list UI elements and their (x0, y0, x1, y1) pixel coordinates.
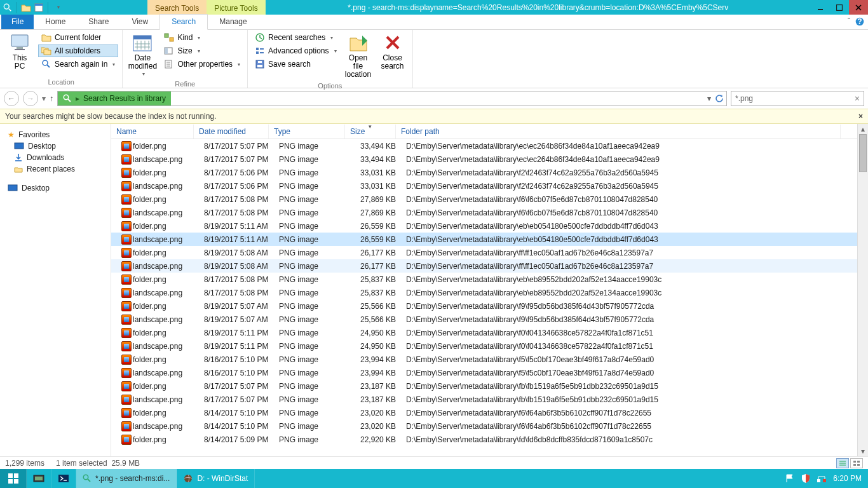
nav-desktop[interactable]: Desktop (0, 140, 111, 152)
nav-desktop-root[interactable]: Desktop (0, 182, 111, 194)
file-row[interactable]: folder.png8/17/2017 5:07 PMPNG image23,1… (111, 379, 857, 393)
file-date: 8/19/2017 5:08 AM (199, 262, 274, 271)
new-folder-icon[interactable] (21, 3, 31, 13)
task-explorer-search[interactable]: *.png - search-ms:di... (76, 469, 177, 488)
task-powershell[interactable] (51, 469, 76, 488)
navigation-pane[interactable]: ★Favorites Desktop Downloads Recent plac… (0, 124, 111, 456)
system-tray[interactable]: 6:20 PM (778, 469, 868, 488)
context-tab-search-tools[interactable]: Search Tools (147, 0, 207, 15)
vertical-scrollbar[interactable]: ▴ ▾ (857, 124, 868, 456)
file-row[interactable]: folder.png8/14/2017 5:09 PMPNG image22,9… (111, 433, 857, 446)
recent-searches-button[interactable]: Recent searches (252, 31, 339, 44)
file-row[interactable]: landscape.png8/14/2017 5:10 PMPNG image2… (111, 419, 857, 433)
forward-button[interactable]: → (23, 91, 38, 106)
file-row[interactable]: landscape.png8/19/2017 5:11 AMPNG image2… (111, 233, 857, 246)
help-icon[interactable]: ? (855, 17, 864, 26)
search-icon (3, 3, 13, 13)
qat-dropdown[interactable] (52, 3, 62, 13)
minimize-ribbon-icon[interactable]: ˆ (848, 17, 850, 26)
save-search-button[interactable]: Save search (252, 58, 339, 71)
png-file-icon (121, 194, 132, 205)
recent-icon (255, 32, 265, 43)
svg-rect-26 (165, 48, 168, 54)
thumbnails-view-button[interactable] (850, 458, 863, 468)
file-row[interactable]: landscape.png8/16/2017 5:10 PMPNG image2… (111, 366, 857, 379)
file-row[interactable]: landscape.png8/17/2017 5:08 PMPNG image2… (111, 206, 857, 219)
nav-downloads[interactable]: Downloads (0, 152, 111, 163)
flag-icon[interactable] (785, 473, 795, 484)
file-row[interactable]: folder.png8/19/2017 5:11 PMPNG image24,9… (111, 326, 857, 339)
shield-icon[interactable] (801, 473, 810, 484)
file-row[interactable]: landscape.png8/19/2017 5:11 PMPNG image2… (111, 339, 857, 353)
column-size[interactable]: ▾Size (345, 125, 396, 139)
column-type[interactable]: Type (269, 125, 345, 139)
file-list[interactable]: Name Date modified Type ▾Size Folder pat… (111, 124, 857, 456)
clear-search-icon[interactable]: × (855, 93, 860, 104)
file-row[interactable]: landscape.png8/19/2017 5:08 AMPNG image2… (111, 259, 857, 273)
file-row[interactable]: landscape.png8/17/2017 5:06 PMPNG image3… (111, 179, 857, 193)
kind-button[interactable]: Kind (161, 31, 243, 44)
size-filter-button[interactable]: Size (161, 44, 243, 57)
file-row[interactable]: landscape.png8/17/2017 5:08 PMPNG image2… (111, 286, 857, 299)
file-row[interactable]: landscape.png8/17/2017 5:07 PMPNG image3… (111, 152, 857, 166)
current-folder-button[interactable]: Current folder (38, 31, 118, 44)
nav-recent-places[interactable]: Recent places (0, 163, 111, 175)
tab-home[interactable]: Home (34, 15, 77, 29)
scroll-down-button[interactable]: ▾ (858, 446, 868, 456)
open-file-location-button[interactable]: Open file location (342, 31, 374, 81)
properties-icon[interactable] (34, 3, 44, 13)
file-row[interactable]: landscape.png8/19/2017 5:07 AMPNG image2… (111, 313, 857, 326)
breadcrumb[interactable]: ▸ Search Results in library ▾ (57, 91, 727, 106)
advanced-options-button[interactable]: Advanced options (252, 44, 339, 57)
maximize-button[interactable] (830, 0, 849, 15)
address-bar: ← → ▾ ↑ ▸ Search Results in library ▾ *.… (0, 88, 868, 109)
tab-view[interactable]: View (120, 15, 159, 29)
start-button[interactable] (0, 469, 27, 488)
file-path: D:\Emby\Server\metadata\library\fd\fd6db… (401, 435, 846, 444)
file-row[interactable]: folder.png8/17/2017 5:08 PMPNG image25,8… (111, 273, 857, 286)
history-dropdown[interactable]: ▾ (42, 94, 46, 103)
column-date[interactable]: Date modified (194, 125, 269, 139)
column-name[interactable]: Name (111, 125, 194, 139)
date-modified-button[interactable]: Date modified (126, 31, 158, 79)
scroll-up-button[interactable]: ▴ (858, 124, 868, 134)
all-subfolders-button[interactable]: All subfolders (38, 44, 118, 57)
this-pc-button[interactable]: This PC (4, 31, 36, 72)
file-row[interactable]: landscape.png8/17/2017 5:07 PMPNG image2… (111, 393, 857, 406)
back-button[interactable]: ← (4, 91, 19, 106)
other-properties-button[interactable]: Other properties (161, 58, 243, 71)
tab-share[interactable]: Share (77, 15, 120, 29)
column-path[interactable]: Folder path (396, 125, 841, 139)
png-file-icon (121, 181, 132, 191)
search-again-in-button[interactable]: Search again in (38, 58, 118, 71)
close-button[interactable] (849, 0, 868, 15)
file-row[interactable]: folder.png8/17/2017 5:07 PMPNG image33,4… (111, 139, 857, 152)
file-row[interactable]: folder.png8/17/2017 5:06 PMPNG image33,0… (111, 166, 857, 179)
tab-manage[interactable]: Manage (208, 15, 258, 29)
scroll-thumb[interactable] (859, 134, 867, 172)
minimize-button[interactable] (811, 0, 830, 15)
file-row[interactable]: folder.png8/17/2017 5:08 PMPNG image27,8… (111, 193, 857, 206)
file-name: landscape.png (133, 235, 182, 244)
context-tab-picture-tools[interactable]: Picture Tools (207, 0, 265, 15)
tab-search[interactable]: Search (159, 14, 208, 30)
up-button[interactable]: ↑ (50, 94, 53, 103)
file-row[interactable]: folder.png8/19/2017 5:08 AMPNG image26,1… (111, 246, 857, 259)
refresh-button[interactable] (715, 94, 724, 103)
file-row[interactable]: folder.png8/16/2017 5:10 PMPNG image23,9… (111, 353, 857, 366)
info-bar-close[interactable]: × (858, 112, 863, 121)
breadcrumb-dropdown[interactable]: ▾ (707, 94, 711, 103)
file-row[interactable]: folder.png8/19/2017 5:11 AMPNG image26,5… (111, 219, 857, 233)
task-windirstat[interactable]: D: - WinDirStat (177, 469, 255, 488)
network-icon[interactable] (817, 474, 827, 483)
favorites-header[interactable]: ★Favorites (0, 129, 111, 140)
search-input[interactable]: *.png × (731, 91, 864, 106)
file-row[interactable]: folder.png8/19/2017 5:07 AMPNG image25,5… (111, 299, 857, 313)
png-file-icon (121, 395, 132, 405)
details-view-button[interactable] (836, 458, 849, 468)
close-search-button[interactable]: Close search (377, 31, 409, 72)
file-row[interactable]: folder.png8/14/2017 5:10 PMPNG image23,0… (111, 406, 857, 419)
task-server-manager[interactable] (27, 469, 51, 488)
clock[interactable]: 6:20 PM (833, 474, 862, 483)
tab-file[interactable]: File (1, 15, 34, 29)
